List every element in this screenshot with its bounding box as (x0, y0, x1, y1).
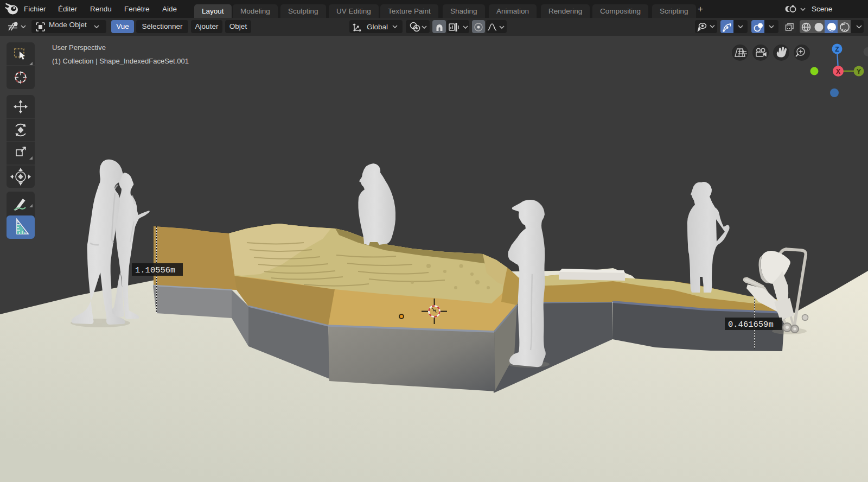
svg-text:0.461659m: 0.461659m (728, 320, 774, 329)
svg-text:X: X (836, 68, 840, 75)
svg-text:1.10556m: 1.10556m (135, 265, 175, 275)
svg-text:Y: Y (857, 68, 861, 75)
svg-text:Z: Z (835, 46, 839, 53)
